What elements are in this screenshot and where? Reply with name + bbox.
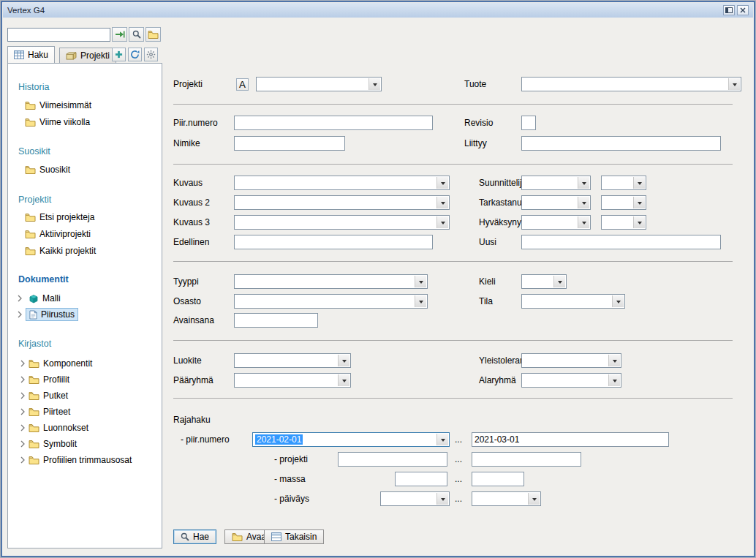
chevron-down-icon[interactable]	[436, 197, 448, 208]
range-paivays-from-combo[interactable]	[380, 491, 450, 506]
sidebar-item-label: Etsi projekteja	[39, 212, 94, 222]
sidebar-item-profiilit[interactable]: Profiilit	[20, 373, 69, 386]
chevron-down-icon[interactable]	[415, 295, 426, 307]
chevron-down-icon[interactable]	[338, 374, 349, 386]
nimike-input[interactable]	[234, 136, 345, 151]
chevron-right-icon[interactable]	[20, 360, 25, 367]
osasto-combo[interactable]	[234, 294, 428, 309]
chevron-down-icon[interactable]	[633, 177, 645, 189]
chevron-down-icon[interactable]	[608, 355, 620, 366]
tarkastanut-combo-1[interactable]	[521, 195, 591, 210]
projekti-a-button[interactable]: A	[236, 78, 249, 91]
paaryhma-combo[interactable]	[234, 373, 351, 388]
sidebar-item-profiilien-trimmausosat[interactable]: Profiilien trimmausosat	[20, 453, 132, 467]
range-projekti-from-input[interactable]	[338, 452, 447, 467]
sidebar-item-putket[interactable]: Putket	[20, 389, 68, 402]
dock-button[interactable]	[723, 5, 735, 15]
chevron-down-icon[interactable]	[368, 78, 380, 90]
add-tab-button[interactable]	[112, 48, 126, 61]
tab-haku[interactable]: Haku	[7, 46, 55, 63]
yleistoleranssi-combo[interactable]	[521, 353, 621, 368]
tuote-combo[interactable]	[521, 77, 741, 91]
chevron-right-icon[interactable]	[20, 408, 25, 415]
hyvaksynyt-combo-2[interactable]	[601, 215, 646, 230]
piir-numero-input[interactable]	[234, 116, 433, 130]
tila-combo[interactable]	[521, 294, 625, 309]
label-luokite: Luokite	[173, 356, 202, 366]
tyyppi-combo[interactable]	[234, 274, 428, 289]
suunnittelija-combo-2[interactable]	[601, 176, 646, 190]
chevron-right-icon[interactable]	[20, 392, 25, 399]
chevron-right-icon[interactable]	[18, 295, 22, 302]
uusi-input[interactable]	[521, 235, 721, 249]
close-button[interactable]	[737, 5, 749, 15]
range-piir-to-input[interactable]	[472, 432, 669, 447]
chevron-down-icon[interactable]	[553, 276, 565, 287]
alaryhma-combo[interactable]	[521, 373, 621, 388]
tarkastanut-combo-2[interactable]	[601, 195, 646, 210]
projekti-combo[interactable]	[256, 77, 382, 91]
go-button[interactable]	[112, 27, 127, 42]
kuvaus2-combo[interactable]	[234, 195, 450, 210]
chevron-down-icon[interactable]	[415, 276, 426, 287]
chevron-down-icon[interactable]	[436, 216, 448, 228]
luokite-combo[interactable]	[234, 353, 351, 368]
sidebar-item-piirustus[interactable]: Piirustus	[18, 308, 78, 321]
chevron-down-icon[interactable]	[633, 197, 645, 208]
kieli-combo[interactable]	[521, 274, 567, 289]
chevron-down-icon[interactable]	[436, 434, 448, 445]
refresh-button[interactable]	[128, 48, 142, 61]
takaisin-button[interactable]: Takaisin	[264, 529, 324, 544]
chevron-right-icon[interactable]	[18, 311, 22, 318]
liittyy-input[interactable]	[521, 136, 721, 151]
chevron-down-icon[interactable]	[436, 177, 448, 189]
chevron-down-icon[interactable]	[338, 355, 349, 366]
sidebar-item-viime-viikolla[interactable]: Viime viikolla	[25, 116, 90, 129]
sidebar-item-symbolit[interactable]: Symbolit	[20, 437, 77, 450]
range-piir-from-combo[interactable]: 2021-02-01	[252, 432, 450, 447]
hae-button[interactable]: Hae	[173, 529, 216, 544]
sidebar-item-viimeisimmat[interactable]: Viimeisimmät	[25, 99, 91, 112]
search-input[interactable]	[7, 28, 110, 42]
chevron-down-icon[interactable]	[578, 177, 589, 189]
sidebar-item-piirteet[interactable]: Piirteet	[20, 405, 70, 418]
chevron-down-icon[interactable]	[612, 295, 624, 307]
range-projekti-to-input[interactable]	[472, 452, 581, 467]
chevron-right-icon[interactable]	[20, 376, 25, 383]
range-massa-from-input[interactable]	[395, 472, 447, 486]
chevron-right-icon[interactable]	[20, 456, 25, 464]
tab-projekti[interactable]: Projekti	[59, 48, 116, 63]
title-bar[interactable]: Vertex G4	[3, 3, 753, 18]
range-paivays-to-combo[interactable]	[472, 491, 541, 506]
chevron-down-icon[interactable]	[728, 78, 740, 90]
folder-icon	[29, 391, 39, 400]
sidebar-item-komponentit[interactable]: Komponentit	[20, 357, 92, 370]
chevron-down-icon[interactable]	[436, 493, 448, 505]
avainsana-input[interactable]	[234, 313, 318, 328]
sidebar-item-kaikki-projektit[interactable]: Kaikki projektit	[25, 244, 96, 257]
sidebar-item-luonnokset[interactable]: Luonnokset	[20, 421, 88, 434]
chevron-down-icon[interactable]	[528, 493, 540, 505]
separator	[173, 164, 733, 165]
sidebar-item-etsi-projekteja[interactable]: Etsi projekteja	[25, 211, 94, 224]
chevron-down-icon[interactable]	[608, 374, 620, 386]
sidebar-item-suosikit[interactable]: Suosikit	[25, 163, 70, 176]
revisio-input[interactable]	[521, 116, 536, 130]
kuvaus3-combo[interactable]	[234, 215, 450, 230]
chevron-down-icon[interactable]	[633, 216, 645, 228]
chevron-down-icon[interactable]	[578, 197, 589, 208]
settings-button[interactable]	[144, 48, 158, 61]
hyvaksynyt-combo-1[interactable]	[521, 215, 591, 230]
chevron-right-icon[interactable]	[20, 424, 25, 431]
open-folder-button[interactable]	[145, 27, 161, 42]
search-button[interactable]	[129, 27, 144, 42]
window-title: Vertex G4	[7, 6, 721, 15]
edellinen-input[interactable]	[234, 235, 433, 249]
range-massa-to-input[interactable]	[472, 472, 524, 486]
sidebar-item-aktiiviprojekti[interactable]: Aktiiviprojekti	[25, 227, 91, 241]
suunnittelija-combo-1[interactable]	[521, 176, 591, 190]
chevron-right-icon[interactable]	[20, 440, 25, 448]
chevron-down-icon[interactable]	[578, 216, 589, 228]
sidebar-item-malli[interactable]: Malli	[18, 292, 64, 305]
kuvaus-combo[interactable]	[234, 176, 450, 190]
